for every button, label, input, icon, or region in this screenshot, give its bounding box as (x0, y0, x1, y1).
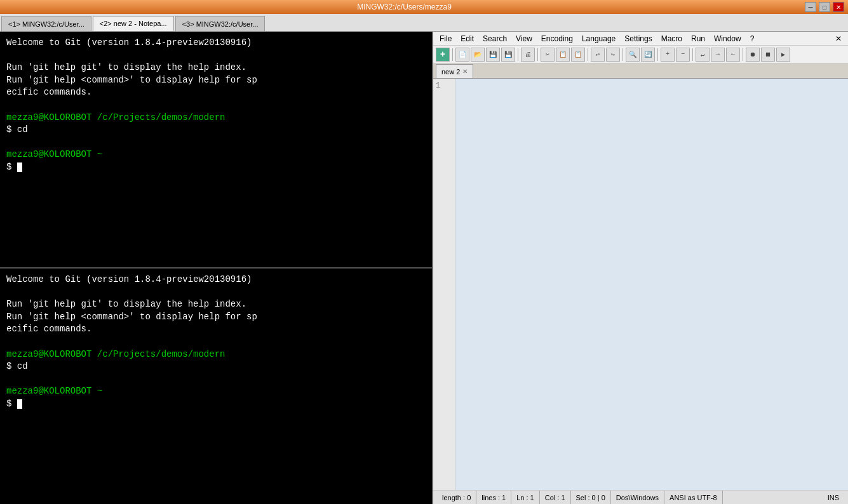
tab-3[interactable]: <3> MINGW32:/c/User... (175, 16, 266, 31)
notepad-close-button[interactable]: ✕ (831, 33, 845, 44)
terminal-line4-2: ecific commands. (6, 323, 426, 336)
doc-tab-label: new 2 (441, 68, 460, 76)
terminal-blank-6 (6, 373, 426, 386)
doc-tab-close-button[interactable]: ✕ (462, 68, 468, 75)
menu-search[interactable]: Search (479, 33, 511, 44)
toolbar-btn-indent[interactable]: → (711, 48, 725, 62)
toolbar-btn-macro2[interactable]: ⏹ (761, 48, 775, 62)
status-encoding: ANSI as UTF-8 (664, 491, 723, 504)
notepad-statusbar: length : 0 lines : 1 Ln : 1 Col : 1 Sel … (433, 490, 848, 504)
toolbar-btn-new[interactable]: 📄 (455, 48, 469, 62)
toolbar-btn-saveall[interactable]: 💾 (501, 48, 515, 62)
toolbar-btn-macro3[interactable]: ▶ (776, 48, 790, 62)
title-bar: MINGW32:/c/Users/mezza9 ─ □ ✕ (0, 0, 848, 14)
terminal-blank-1 (6, 50, 426, 62)
toolbar-sep-3 (537, 48, 538, 61)
toolbar-btn-copy[interactable]: 📋 (556, 48, 570, 62)
status-sel: Sel : 0 | 0 (571, 491, 611, 504)
status-ins: INS (823, 491, 844, 504)
toolbar-btn-open[interactable]: 📂 (471, 48, 485, 62)
main-content: Welcome to Git (version 1.8.4-preview201… (0, 32, 848, 504)
menu-language[interactable]: Language (578, 33, 619, 44)
toolbar-sep-6 (657, 48, 658, 61)
toolbar-btn-wrap[interactable]: ↵ (696, 48, 710, 62)
menu-window[interactable]: Window (710, 33, 745, 44)
title-bar-controls: ─ □ ✕ (805, 2, 844, 12)
toolbar-btn-macro1[interactable]: ⏺ (746, 48, 760, 62)
toolbar-btn-undo[interactable]: ↩ (591, 48, 605, 62)
terminal-blank-4 (6, 286, 426, 299)
status-lines: lines : 1 (476, 491, 511, 504)
terminal-line3-1: Run 'git help <command>' to display help… (6, 74, 426, 87)
line-numbers: 1 (433, 79, 455, 490)
notepad-pane: File Edit Search View Encoding Language … (433, 32, 848, 504)
toolbar-sep-1 (452, 48, 453, 61)
terminal-cmd1-1: $ cd (6, 124, 426, 136)
terminal-blank-3 (6, 136, 426, 149)
toolbar-btn-zoom-out[interactable]: − (676, 48, 690, 62)
minimize-button[interactable]: ─ (805, 2, 816, 12)
toolbar-sep-4 (588, 48, 588, 61)
toolbar-btn-outdent[interactable]: ← (726, 48, 740, 62)
terminal-section-2[interactable]: Welcome to Git (version 1.8.4-preview201… (0, 269, 432, 504)
toolbar-btn-redo[interactable]: ↪ (606, 48, 620, 62)
terminal-blank-5 (6, 336, 426, 348)
notepad-menubar: File Edit Search View Encoding Language … (433, 32, 848, 46)
tab-2[interactable]: <2> new 2 - Notepa... (93, 16, 174, 31)
menu-macro[interactable]: Macro (657, 33, 686, 44)
status-col: Col : 1 (540, 491, 571, 504)
toolbar-btn-print[interactable]: 🖨 (521, 48, 535, 62)
terminal-welcome-2: Welcome to Git (version 1.8.4-preview201… (6, 274, 426, 286)
terminal-prompt2-1: mezza9@KOLOROBOT ~ (6, 149, 426, 161)
toolbar-add-button[interactable]: + (436, 48, 450, 62)
terminal-blank-2 (6, 99, 426, 112)
status-length: length : 0 (437, 491, 476, 504)
toolbar-btn-zoom-in[interactable]: + (661, 48, 675, 62)
line-number-1: 1 (436, 80, 452, 91)
terminal-pane[interactable]: Welcome to Git (version 1.8.4-preview201… (0, 32, 433, 504)
notepad-toolbar: + 📄 📂 💾 💾 🖨 ✂ 📋 📋 ↩ ↪ 🔍 🔄 + − ↵ → ← (433, 46, 848, 63)
menu-settings[interactable]: Settings (621, 33, 656, 44)
terminal-line3-2: Run 'git help <command>' to display help… (6, 311, 426, 324)
toolbar-btn-replace[interactable]: 🔄 (641, 48, 655, 62)
toolbar-btn-find[interactable]: 🔍 (626, 48, 640, 62)
menu-help[interactable]: ? (746, 33, 758, 44)
toolbar-sep-5 (623, 48, 623, 61)
toolbar-sep-8 (743, 48, 743, 61)
title-bar-title: MINGW32:/c/Users/mezza9 (4, 3, 805, 11)
notepad-editor[interactable]: 1 (433, 79, 848, 490)
menu-encoding[interactable]: Encoding (537, 33, 577, 44)
status-ln: Ln : 1 (511, 491, 540, 504)
terminal-line2-1: Run 'git help git' to display the help i… (6, 62, 426, 74)
editor-content[interactable] (455, 79, 848, 490)
tab-bar: <1> MINGW32:/c/User... <2> new 2 - Notep… (0, 14, 848, 32)
terminal-line2-2: Run 'git help git' to display the help i… (6, 298, 426, 311)
terminal-cmd2-2: $ (6, 398, 426, 411)
menu-file[interactable]: File (436, 33, 455, 44)
terminal-line4-1: ecific commands. (6, 86, 426, 99)
terminal-prompt1-2: mezza9@KOLOROBOT /c/Projects/demos/moder… (6, 348, 426, 361)
menu-run[interactable]: Run (687, 33, 709, 44)
toolbar-sep-2 (518, 48, 518, 61)
close-button[interactable]: ✕ (833, 2, 844, 12)
toolbar-btn-save[interactable]: 💾 (486, 48, 500, 62)
terminal-cmd1-2: $ cd (6, 361, 426, 373)
toolbar-btn-paste[interactable]: 📋 (571, 48, 585, 62)
terminal-cmd2-1: $ (6, 161, 426, 174)
notepad-doc-tab[interactable]: new 2 ✕ (436, 64, 473, 78)
tab-1[interactable]: <1> MINGW32:/c/User... (1, 16, 91, 31)
terminal-welcome-1: Welcome to Git (version 1.8.4-preview201… (6, 37, 426, 50)
notepad-doc-tabs: new 2 ✕ (433, 63, 848, 79)
terminal-cursor-2 (17, 399, 22, 409)
terminal-cursor-1 (17, 162, 22, 172)
terminal-section-1[interactable]: Welcome to Git (version 1.8.4-preview201… (0, 32, 432, 269)
toolbar-sep-7 (692, 48, 693, 61)
status-dos: Dos\Windows (611, 491, 664, 504)
terminal-prompt1-1: mezza9@KOLOROBOT /c/Projects/demos/moder… (6, 112, 426, 124)
maximize-button[interactable]: □ (819, 2, 830, 12)
menu-view[interactable]: View (512, 33, 536, 44)
toolbar-btn-cut[interactable]: ✂ (541, 48, 555, 62)
menu-edit[interactable]: Edit (457, 33, 478, 44)
terminal-prompt2-2: mezza9@KOLOROBOT ~ (6, 385, 426, 398)
